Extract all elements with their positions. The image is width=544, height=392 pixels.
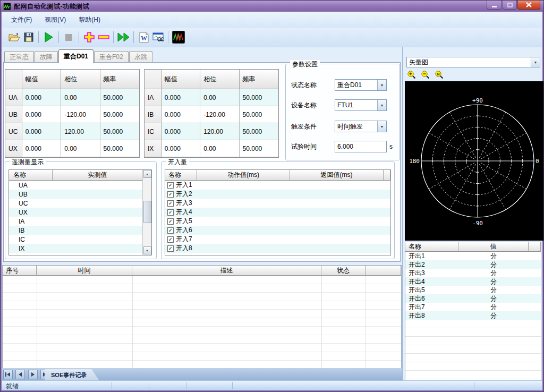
digital-input-row: 开入6 [165, 226, 390, 235]
phase-cell[interactable]: 120.00 [61, 123, 100, 140]
menu-item[interactable]: 文件(F) [5, 12, 38, 28]
checkbox[interactable] [167, 218, 174, 225]
run-icon[interactable] [41, 30, 56, 44]
telemetry-row[interactable]: IX [9, 244, 142, 253]
checkbox[interactable] [167, 245, 174, 252]
add-icon[interactable] [82, 30, 96, 44]
phase-cell[interactable]: 0.00 [200, 140, 239, 157]
minimize-button[interactable] [487, 1, 502, 10]
phase-cell[interactable]: -120.00 [200, 106, 239, 123]
view-selector[interactable]: 矢量图 ▼ [406, 57, 540, 67]
output-row[interactable]: 开出1 分 [405, 252, 541, 260]
output-row[interactable]: 开出3 分 [405, 269, 541, 277]
amp-cell[interactable]: 0.000 [22, 123, 61, 140]
freq-cell[interactable]: 50.000 [240, 123, 278, 140]
output-table-header: 名称 值 [405, 242, 541, 252]
freq-cell[interactable]: 50.000 [100, 89, 139, 106]
telemetry-row[interactable]: IB [9, 226, 142, 235]
chevron-down-icon[interactable]: ▼ [377, 121, 386, 132]
state-name-value: 重合D01 [335, 81, 377, 90]
amp-cell[interactable]: 0.000 [22, 140, 61, 157]
amp-cell[interactable]: 0.000 [22, 89, 61, 106]
checkbox[interactable] [167, 209, 174, 216]
checkbox[interactable] [167, 191, 174, 198]
grid-line [321, 276, 322, 368]
telemetry-row[interactable]: IC [9, 235, 142, 244]
tab-soe-event-log[interactable]: SOE事件记录 [45, 369, 99, 381]
device-name-select[interactable]: FTU1 ▼ [335, 99, 387, 111]
phase-cell[interactable]: 0.00 [61, 140, 100, 157]
freq-cell[interactable]: 50.000 [240, 89, 278, 106]
telemetry-row[interactable]: UC [9, 199, 142, 208]
save-icon[interactable] [21, 30, 36, 44]
scrollbar-thumb[interactable] [143, 201, 151, 223]
menu-item[interactable]: 帮助(H) [72, 12, 107, 28]
next-page-icon[interactable] [28, 370, 38, 379]
phase-cell[interactable]: 0.00 [200, 89, 239, 106]
amp-cell[interactable]: 0.000 [162, 89, 200, 106]
telemetry-scrollbar[interactable]: ▲ ▼ [142, 170, 151, 255]
output-row[interactable]: 开出2 分 [405, 260, 541, 269]
first-page-icon[interactable] [3, 370, 13, 379]
output-row[interactable]: 开出4 分 [405, 277, 541, 286]
current-table-header: 幅值 相位 频率 [144, 70, 278, 89]
freq-cell[interactable]: 50.000 [100, 123, 139, 140]
phase-cell[interactable]: 120.00 [200, 123, 239, 140]
amp-cell[interactable]: 0.000 [162, 140, 200, 157]
close-button[interactable] [517, 1, 540, 10]
output-row[interactable]: 开出6 分 [405, 294, 541, 303]
waveform-viewer-icon[interactable] [151, 30, 165, 44]
state-tab[interactable]: 重合D01 [58, 49, 94, 63]
chevron-down-icon[interactable]: ▼ [377, 80, 386, 90]
open-icon[interactable] [7, 30, 21, 44]
state-name-select[interactable]: 重合D01 ▼ [335, 79, 387, 91]
stop-icon[interactable] [62, 30, 76, 44]
freq-cell[interactable]: 50.000 [240, 106, 278, 123]
telemetry-row[interactable]: IA [9, 217, 142, 226]
word-report-icon[interactable]: W [137, 30, 151, 44]
chevron-down-icon[interactable]: ▼ [377, 100, 386, 110]
freq-cell[interactable]: 50.000 [100, 140, 139, 157]
freq-cell[interactable]: 50.000 [100, 106, 139, 123]
state-tab[interactable]: 正常态 [4, 51, 34, 62]
scroll-down-icon[interactable]: ▼ [143, 246, 151, 254]
value-header: 实测值 [53, 170, 143, 181]
state-tab[interactable]: 重合F02 [94, 51, 129, 62]
chevron-down-icon[interactable]: ▼ [531, 57, 540, 67]
freq-cell[interactable]: 50.000 [240, 140, 278, 157]
checkbox[interactable] [167, 200, 174, 207]
phase-cell[interactable]: -120.00 [61, 106, 100, 123]
event-table-body[interactable] [3, 276, 401, 368]
output-row[interactable]: 开出5 分 [405, 286, 541, 294]
maximize-button[interactable] [503, 1, 517, 10]
zoom-out-icon[interactable] [420, 70, 431, 80]
spacer-header [384, 170, 390, 181]
amp-cell[interactable]: 0.000 [162, 106, 200, 123]
telemetry-row[interactable]: UA [9, 181, 142, 190]
remove-icon[interactable] [96, 30, 110, 44]
menubar: 文件(F) 视图(V) 帮助(H) [2, 12, 542, 28]
amp-cell[interactable]: 0.000 [22, 106, 61, 123]
checkbox[interactable] [167, 236, 174, 243]
fast-forward-icon[interactable] [116, 30, 131, 44]
scroll-up-icon[interactable]: ▲ [143, 170, 151, 178]
zoom-reset-icon[interactable]: N [434, 70, 445, 80]
signal-monitor-icon[interactable] [171, 30, 185, 44]
test-time-input[interactable] [335, 141, 387, 152]
prev-page-icon[interactable] [15, 370, 25, 379]
telemetry-row[interactable]: UX [9, 208, 142, 217]
zoom-in-icon[interactable] [406, 70, 417, 80]
telemetry-name: IC [19, 236, 25, 243]
amp-cell[interactable]: 0.000 [162, 123, 200, 140]
state-tab[interactable]: 故障 [35, 51, 58, 62]
output-row[interactable]: 开出8 分 [405, 311, 541, 320]
state-tab[interactable]: 永跳 [129, 51, 152, 62]
corner-cell [5, 70, 22, 89]
phase-cell[interactable]: 0.00 [61, 89, 100, 106]
checkbox[interactable] [167, 182, 174, 189]
trigger-select[interactable]: 时间触发 ▼ [335, 121, 387, 132]
menu-item[interactable]: 视图(V) [38, 12, 72, 28]
output-row[interactable]: 开出7 分 [405, 303, 541, 311]
telemetry-row[interactable]: UB [9, 190, 142, 199]
checkbox[interactable] [167, 227, 174, 234]
